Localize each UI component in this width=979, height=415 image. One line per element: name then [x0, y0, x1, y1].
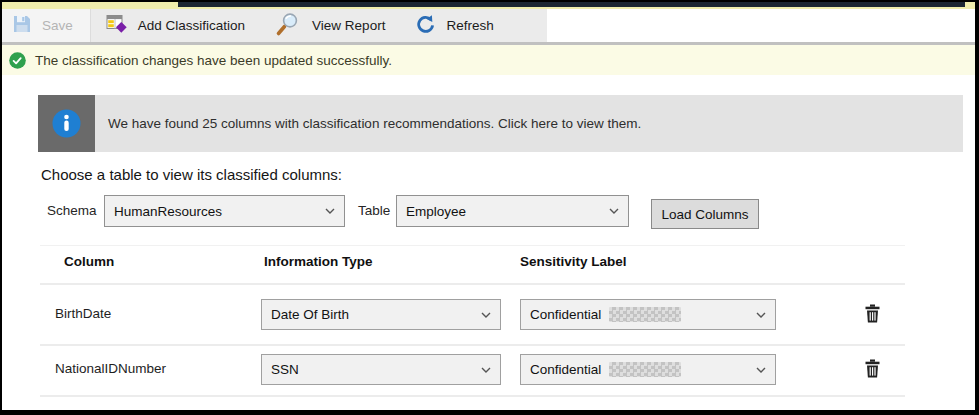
row-column-name: BirthDate: [55, 306, 111, 321]
recommendations-banner[interactable]: We have found 25 columns with classifica…: [38, 95, 963, 152]
delete-row-button[interactable]: [859, 300, 885, 326]
row-column-name: NationalIDNumber: [55, 361, 166, 376]
delete-icon: [864, 304, 881, 323]
table-top-border: [40, 245, 905, 246]
load-columns-button[interactable]: Load Columns: [651, 199, 759, 229]
status-message: The classification changes have been upd…: [35, 53, 392, 68]
sensitivity-label-value: Confidential: [530, 362, 601, 377]
sensitivity-label-select-row2[interactable]: Confidential: [520, 354, 776, 385]
toolbar: Save Add Classification: [2, 9, 547, 42]
status-message-bar: The classification changes have been upd…: [2, 45, 975, 75]
save-button[interactable]: Save: [2, 9, 91, 42]
recommendations-banner-body: We have found 25 columns with classifica…: [95, 95, 963, 152]
information-type-value: Date Of Birth: [271, 307, 349, 322]
info-icon-tile: [38, 95, 95, 152]
refresh-icon: [415, 14, 436, 38]
table-bottom-border: [40, 395, 905, 397]
column-header-information-type: Information Type: [264, 254, 373, 269]
chevron-down-icon: [481, 312, 491, 318]
schema-label: Schema: [47, 203, 97, 218]
information-type-select-row2[interactable]: SSN: [261, 354, 501, 385]
chevron-down-icon: [756, 312, 766, 318]
chevron-down-icon: [756, 367, 766, 373]
delete-row-button[interactable]: [859, 355, 885, 381]
save-label: Save: [42, 18, 73, 33]
add-classification-button[interactable]: Add Classification: [91, 9, 260, 42]
table-select[interactable]: Employee: [396, 195, 629, 227]
view-report-icon: [275, 12, 302, 40]
column-header-column: Column: [64, 254, 114, 269]
information-type-select-row1[interactable]: Date Of Birth: [261, 299, 501, 330]
column-header-sensitivity-label: Sensitivity Label: [520, 254, 627, 269]
schema-select-value: HumanResources: [114, 204, 222, 219]
data-classification-panel: Save Add Classification: [0, 0, 979, 415]
sensitivity-label-value: Confidential: [530, 307, 601, 322]
table-select-value: Employee: [406, 204, 466, 219]
title-bar-edge: [178, 2, 965, 7]
chevron-down-icon: [325, 208, 335, 214]
refresh-label: Refresh: [446, 18, 493, 33]
chevron-down-icon: [481, 367, 491, 373]
recommendations-message[interactable]: We have found 25 columns with classifica…: [108, 116, 641, 131]
header-underline: [40, 283, 905, 285]
redacted-text: [609, 307, 681, 322]
add-classification-label: Add Classification: [138, 18, 245, 33]
redacted-text: [609, 362, 681, 377]
delete-icon: [864, 359, 881, 378]
view-report-button[interactable]: View Report: [260, 9, 400, 42]
add-classification-icon: [106, 14, 128, 38]
info-icon: [52, 109, 81, 138]
choose-table-heading: Choose a table to view its classified co…: [41, 166, 342, 183]
success-icon: [9, 52, 26, 69]
table-label: Table: [358, 203, 390, 218]
schema-select[interactable]: HumanResources: [104, 195, 345, 227]
save-icon: [12, 14, 32, 37]
chevron-down-icon: [609, 208, 619, 214]
view-report-label: View Report: [312, 18, 385, 33]
sensitivity-label-select-row1[interactable]: Confidential: [520, 299, 776, 330]
row-separator: [40, 344, 905, 346]
refresh-button[interactable]: Refresh: [400, 9, 508, 42]
information-type-value: SSN: [271, 362, 299, 377]
